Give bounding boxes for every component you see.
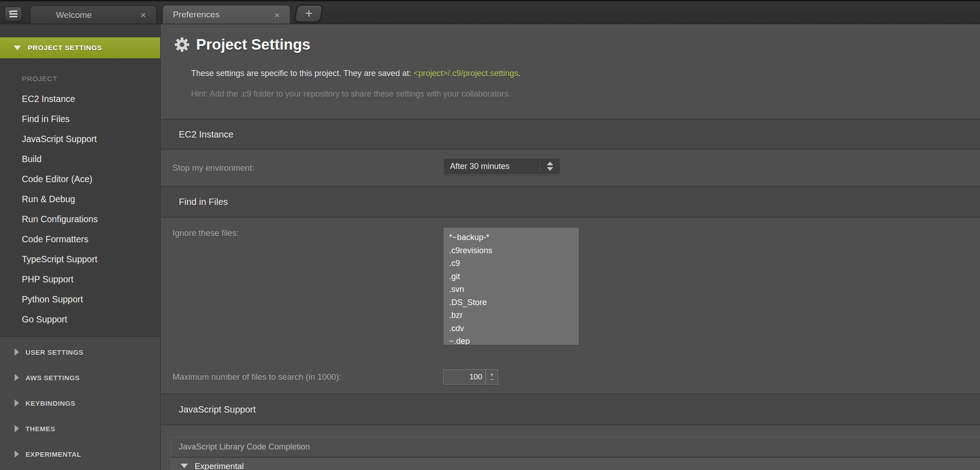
- ignore-files-item[interactable]: .DS_Store: [449, 296, 579, 309]
- sidebar-collapsed-section-label: USER SETTINGS: [25, 348, 83, 356]
- sidebar-section-label: PROJECT SETTINGS: [28, 44, 102, 52]
- settings-description: These settings are specific to this proj…: [191, 69, 520, 78]
- sidebar-item[interactable]: Run Configurations: [0, 209, 160, 229]
- ignore-files-listbox[interactable]: *~backup-*.c9revisions.c9.git.svn.DS_Sto…: [443, 227, 579, 345]
- tab-welcome[interactable]: Welcome ×: [30, 5, 157, 24]
- stop-environment-label: Stop my environment:: [172, 163, 254, 173]
- section-header-find-in-files: Find in Files: [161, 186, 980, 218]
- sidebar-group-header: PROJECT: [0, 69, 57, 89]
- description-period: .: [518, 69, 520, 78]
- description-text: These settings are specific to this proj…: [191, 69, 414, 78]
- gear-icon: [173, 36, 191, 53]
- page-title: Project Settings: [196, 36, 310, 53]
- tab-preferences-close-icon[interactable]: ×: [273, 10, 282, 20]
- preferences-content: Project Settings These settings are spec…: [161, 24, 980, 470]
- sidebar-collapsed-section[interactable]: AWS SETTINGS: [0, 365, 160, 390]
- caret-right-icon: [15, 374, 19, 381]
- sidebar-collapsed-section[interactable]: THEMES: [0, 416, 160, 441]
- dropdown-value: After 30 minutes: [444, 162, 540, 171]
- sidebar-item[interactable]: Build: [0, 149, 160, 169]
- tab-preferences[interactable]: Preferences ×: [162, 5, 290, 24]
- max-files-value[interactable]: 100: [444, 370, 485, 384]
- experimental-toggle[interactable]: Experimental: [171, 458, 980, 470]
- stop-environment-dropdown[interactable]: After 30 minutes: [443, 158, 561, 175]
- ignore-files-item[interactable]: .c9revisions: [449, 244, 579, 257]
- sidebar-item[interactable]: TypeScript Support: [0, 249, 160, 269]
- ignore-files-item[interactable]: .cdv: [449, 322, 579, 335]
- sidebar-collapsed-section-label: KEYBINDINGS: [25, 399, 76, 407]
- settings-hint: Hint: Add the .c9 folder to your reposit…: [191, 89, 510, 99]
- sidebar-item[interactable]: Go Support: [0, 309, 160, 329]
- ignore-files-item[interactable]: *~backup-*: [449, 231, 579, 244]
- max-files-input[interactable]: 100 + −: [443, 369, 498, 385]
- sidebar-item[interactable]: PHP Support: [0, 269, 160, 289]
- sidebar-collapsed-sections: USER SETTINGS AWS SETTINGS KEYBINDINGS T…: [0, 336, 160, 470]
- tab-list-icon: [8, 9, 19, 19]
- section-heading: EC2 Instance: [179, 129, 233, 140]
- caret-down-icon: [181, 464, 188, 468]
- sidebar-item[interactable]: EC2 Instance: [0, 89, 160, 109]
- caret-right-icon: [15, 425, 19, 432]
- window-top-edge: [0, 0, 980, 1]
- ignore-files-item[interactable]: .git: [449, 270, 579, 283]
- sidebar-collapsed-section-label: THEMES: [25, 425, 56, 433]
- sidebar-collapsed-section[interactable]: USER SETTINGS: [0, 339, 160, 365]
- ignore-files-item[interactable]: ~.dep: [449, 335, 579, 345]
- sidebar-collapsed-section[interactable]: KEYBINDINGS: [0, 390, 160, 416]
- sidebar-item[interactable]: Find in Files: [0, 109, 160, 129]
- ignore-files-item[interactable]: .svn: [449, 283, 579, 296]
- plus-icon: +: [305, 8, 313, 20]
- sidebar-collapsed-section-label: EXPERIMENTAL: [25, 450, 81, 458]
- sidebar-item[interactable]: JavaScript Support: [0, 129, 160, 149]
- settings-path-link[interactable]: <project>/.c9/project.settings: [414, 69, 518, 78]
- sidebar-item[interactable]: Python Support: [0, 289, 160, 309]
- section-header-ec2-instance: EC2 Instance: [161, 119, 980, 150]
- caret-right-icon: [15, 399, 19, 407]
- page-header: Project Settings These settings are spec…: [161, 24, 980, 119]
- tab-welcome-label: Welcome: [56, 10, 92, 20]
- tab-preferences-label: Preferences: [173, 10, 219, 20]
- section-heading: JavaScript Support: [179, 404, 256, 415]
- spinner-decrement-icon[interactable]: −: [490, 377, 494, 382]
- tab-bar: Welcome × Preferences × +: [0, 1, 980, 24]
- js-library-panel-label: JavaScript Library Code Completion: [179, 442, 310, 452]
- experimental-label: Experimental: [195, 461, 244, 470]
- caret-down-icon: [14, 46, 21, 50]
- sidebar-item[interactable]: Code Editor (Ace): [0, 169, 160, 189]
- preferences-sidebar: PROJECT SETTINGS PROJECT EC2 InstanceFin…: [0, 24, 161, 470]
- sidebar-collapsed-section[interactable]: EXPERIMENTAL: [0, 441, 160, 467]
- new-tab-button[interactable]: +: [295, 5, 323, 22]
- caret-right-icon: [15, 348, 19, 356]
- sidebar-item[interactable]: Code Formatters: [0, 229, 160, 249]
- ignore-files-item[interactable]: .c9: [449, 257, 579, 270]
- sidebar-section-project-settings[interactable]: PROJECT SETTINGS: [0, 37, 160, 58]
- number-spinner[interactable]: + −: [485, 370, 498, 384]
- ignore-files-item[interactable]: .bzr: [449, 309, 579, 322]
- sidebar-item[interactable]: Run & Debug: [0, 189, 160, 209]
- tab-welcome-close-icon[interactable]: ×: [139, 10, 148, 20]
- dropdown-arrows-icon: [540, 162, 560, 171]
- section-header-javascript-support: JavaScript Support: [161, 393, 980, 425]
- js-library-panel: JavaScript Library Code Completion Exper…: [171, 437, 980, 470]
- caret-right-icon: [15, 450, 19, 458]
- max-files-label: Maximum number of files to search (in 10…: [172, 372, 341, 382]
- sidebar-nav: EC2 InstanceFind in FilesJavaScript Supp…: [0, 89, 160, 329]
- ignore-files-label: Ignore these files:: [172, 228, 239, 238]
- sidebar-collapsed-section-label: AWS SETTINGS: [25, 374, 80, 382]
- js-library-panel-header: JavaScript Library Code Completion: [171, 437, 980, 458]
- tab-list-button[interactable]: [5, 7, 22, 21]
- section-heading: Find in Files: [179, 197, 228, 207]
